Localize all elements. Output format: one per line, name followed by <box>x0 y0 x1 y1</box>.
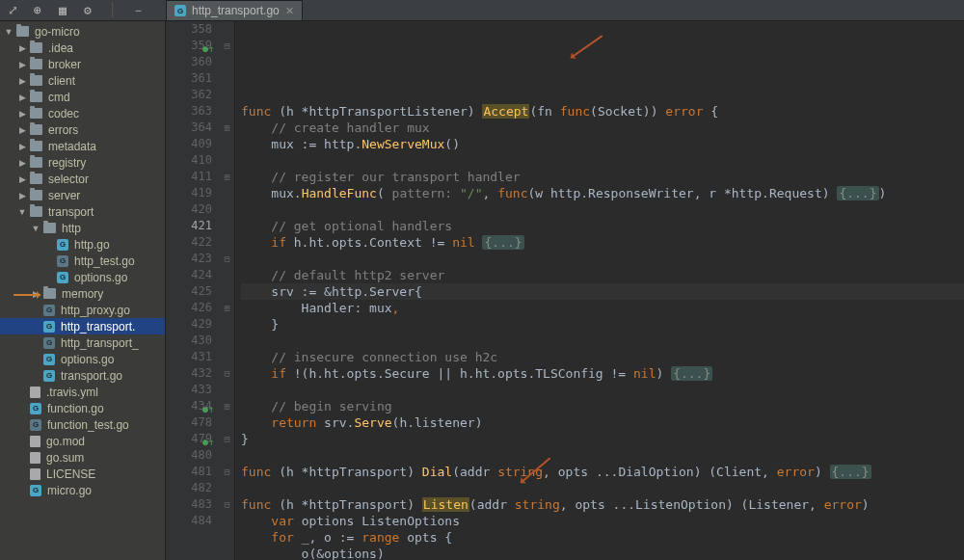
tree-file-transport-go[interactable]: Gtransport.go <box>0 367 165 384</box>
line-number[interactable]: 361 <box>166 70 212 87</box>
line-number[interactable]: 480 <box>166 447 212 464</box>
tree-folder-codec[interactable]: ▶codec <box>0 105 165 121</box>
line-number[interactable]: 431 <box>166 349 212 365</box>
chevron-down-icon[interactable]: ▼ <box>4 27 13 37</box>
chevron-right-icon[interactable]: ▶ <box>17 93 27 102</box>
collapse-icon[interactable]: － <box>131 4 145 17</box>
tree-file-go-sum[interactable]: go.sum <box>0 449 165 466</box>
line-number[interactable]: 429 <box>166 316 212 333</box>
line-number[interactable]: 358 <box>166 21 212 38</box>
tree-file-LICENSE[interactable]: LICENSE <box>0 466 165 482</box>
fold-toggle-icon[interactable]: ⊟ <box>220 496 234 513</box>
expand-all-icon[interactable]: ⤢ <box>6 4 19 17</box>
fold-toggle-icon[interactable]: ⊟ <box>220 464 234 480</box>
presentation-icon[interactable]: ▦ <box>56 4 69 17</box>
tree-file--travis-yml[interactable]: .travis.yml <box>0 384 165 400</box>
line-number[interactable]: 432 <box>166 365 212 382</box>
tree-folder-errors[interactable]: ▶errors <box>0 121 165 138</box>
line-number[interactable]: 484 <box>166 513 212 529</box>
locate-icon[interactable]: ⊕ <box>31 4 44 17</box>
line-number[interactable]: 425 <box>166 283 212 300</box>
code-line[interactable]: } <box>241 316 964 333</box>
line-number[interactable]: 434●↑ <box>166 398 212 414</box>
project-tree[interactable]: ▼go-micro▶.idea▶broker▶client▶cmd▶codec▶… <box>0 21 166 560</box>
line-number[interactable]: 430 <box>166 333 212 349</box>
chevron-down-icon[interactable]: ▼ <box>17 207 27 217</box>
code-line[interactable]: // register our transport handler <box>241 169 964 185</box>
line-number[interactable]: 478 <box>166 414 212 431</box>
tree-folder-metadata[interactable]: ▶metadata <box>0 138 165 154</box>
fold-toggle-icon[interactable]: ⊟ <box>220 431 234 447</box>
code-line[interactable]: for _, o := range opts { <box>241 529 964 546</box>
code-line[interactable]: if h.ht.opts.Context != nil {...} <box>241 234 964 251</box>
tree-folder-selector[interactable]: ▶selector <box>0 171 165 187</box>
tree-file-function_test-go[interactable]: Gfunction_test.go <box>0 416 165 433</box>
fold-toggle-icon[interactable]: ⊞ <box>220 300 234 316</box>
fold-toggle-icon[interactable]: ⊞ <box>220 169 234 185</box>
code-line[interactable] <box>241 201 964 218</box>
code-line[interactable]: mux := http.NewServeMux() <box>241 136 964 152</box>
line-number[interactable]: 433 <box>166 382 212 398</box>
line-number[interactable]: 411 <box>166 169 212 185</box>
tree-file-function-go[interactable]: Gfunction.go <box>0 400 165 416</box>
line-gutter[interactable]: 358359●↑36036136236336440941041141942042… <box>166 21 220 560</box>
tree-folder--idea[interactable]: ▶.idea <box>0 40 165 56</box>
tree-file-micro-go[interactable]: Gmicro.go <box>0 482 165 498</box>
tree-folder-go-micro[interactable]: ▼go-micro <box>0 23 165 40</box>
code-line[interactable]: // begin serving <box>241 398 964 414</box>
fold-toggle-icon[interactable]: ⊟ <box>220 365 234 382</box>
line-number[interactable]: 360 <box>166 54 212 70</box>
tree-file-go-mod[interactable]: go.mod <box>0 433 165 449</box>
tree-file-options-go[interactable]: Goptions.go <box>0 351 165 367</box>
code-line[interactable]: func (h *httpTransport) Listen(addr stri… <box>241 496 964 513</box>
line-number[interactable]: 364 <box>166 120 212 136</box>
line-number[interactable]: 359●↑ <box>166 38 212 54</box>
code-line[interactable]: srv := &http.Server{ <box>241 283 964 300</box>
code-editor[interactable]: 358359●↑36036136236336440941041141942042… <box>166 21 964 560</box>
chevron-right-icon[interactable]: ▶ <box>17 76 27 86</box>
line-number[interactable]: 420 <box>166 201 212 218</box>
tree-folder-broker[interactable]: ▶broker <box>0 56 165 72</box>
line-number[interactable]: 424 <box>166 267 212 283</box>
tree-file-http-go[interactable]: Ghttp.go <box>0 236 165 253</box>
line-number[interactable]: 409 <box>166 136 212 152</box>
chevron-right-icon[interactable]: ▶ <box>17 174 27 184</box>
close-icon[interactable]: ✕ <box>285 5 294 17</box>
code-line[interactable] <box>241 382 964 398</box>
tree-file-http_test-go[interactable]: Ghttp_test.go <box>0 253 165 269</box>
chevron-right-icon[interactable]: ▶ <box>17 43 27 53</box>
code-line[interactable] <box>241 87 964 103</box>
code-line[interactable]: // create handler mux <box>241 120 964 136</box>
tree-file-http_transport_[interactable]: Ghttp_transport_ <box>0 334 165 351</box>
code-line[interactable]: o(&options) <box>241 546 964 560</box>
chevron-right-icon[interactable]: ▶ <box>17 158 27 168</box>
code-line[interactable]: mux.HandleFunc( pattern: "/", func(w htt… <box>241 185 964 201</box>
line-number[interactable]: 479●↑ <box>166 431 212 447</box>
tree-folder-registry[interactable]: ▶registry <box>0 154 165 171</box>
chevron-right-icon[interactable]: ▶ <box>17 142 27 151</box>
line-number[interactable]: 482 <box>166 480 212 496</box>
tree-folder-server[interactable]: ▶server <box>0 187 165 203</box>
code-line[interactable]: func (h *httpTransportListener) Accept(f… <box>241 103 964 120</box>
line-number[interactable]: 422 <box>166 234 212 251</box>
editor-tab[interactable]: G http_transport.go ✕ <box>166 0 303 21</box>
fold-toggle-icon[interactable]: ⊟ <box>220 38 234 54</box>
fold-toggle-icon[interactable]: ⊞ <box>220 120 234 136</box>
code-line[interactable] <box>241 447 964 464</box>
chevron-right-icon[interactable]: ▶ <box>17 125 27 135</box>
code-area[interactable]: func (h *httpTransportListener) Accept(f… <box>235 21 964 560</box>
chevron-right-icon[interactable]: ▶ <box>17 109 27 119</box>
fold-toggle-icon[interactable]: ⊞ <box>220 398 234 414</box>
code-line[interactable] <box>241 251 964 267</box>
tree-folder-transport[interactable]: ▼transport <box>0 203 165 220</box>
tree-file-http_proxy-go[interactable]: Ghttp_proxy.go <box>0 302 165 318</box>
code-line[interactable]: func (h *httpTransport) Dial(addr string… <box>241 464 964 480</box>
code-line[interactable]: // default http2 server <box>241 267 964 283</box>
line-number[interactable]: 410 <box>166 152 212 169</box>
line-number[interactable]: 421 <box>166 218 212 234</box>
code-line[interactable]: return srv.Serve(h.listener) <box>241 414 964 431</box>
tree-folder-cmd[interactable]: ▶cmd <box>0 89 165 105</box>
chevron-down-icon[interactable]: ▼ <box>31 224 40 233</box>
code-line[interactable] <box>241 333 964 349</box>
fold-gutter[interactable]: ⊟⊞⊞⊟⊞⊟⊞⊟⊟⊟ <box>220 21 235 560</box>
